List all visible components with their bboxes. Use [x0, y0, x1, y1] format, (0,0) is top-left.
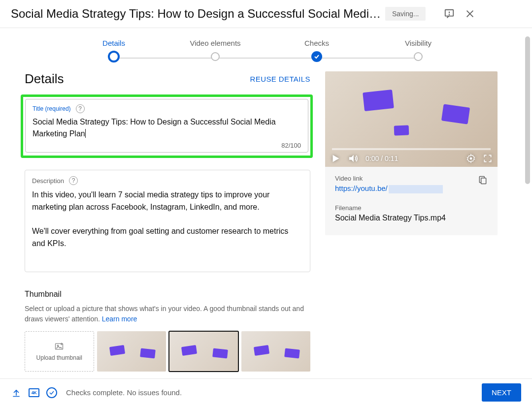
description-label: Description: [32, 177, 64, 185]
video-player[interactable]: 0:00 / 0:11: [325, 71, 498, 167]
help-icon[interactable]: ?: [69, 176, 78, 185]
title-field[interactable]: Title (required) ? Social Media Strategy…: [25, 99, 308, 153]
step-details[interactable]: Details: [63, 39, 165, 62]
video-preview-card: 0:00 / 0:11 Video link https://youtu.be/: [325, 71, 498, 235]
svg-marker-9: [333, 155, 339, 162]
learn-more-link[interactable]: Learn more: [102, 315, 137, 323]
step-label: Visibility: [367, 39, 469, 47]
play-icon[interactable]: [330, 153, 341, 164]
step-dot-icon: [414, 52, 423, 61]
header: Social Media Strategy Tips: How to Desig…: [0, 0, 532, 28]
step-video-elements[interactable]: Video elements: [165, 39, 266, 62]
step-dot-icon: [311, 51, 322, 62]
thumbnail-help: Select or upload a picture that shows wh…: [25, 304, 310, 324]
video-link[interactable]: https://youtu.be/: [335, 184, 443, 192]
feedback-icon[interactable]: [443, 8, 455, 20]
footer: 4K Checks complete. No issues found. NEX…: [0, 378, 532, 406]
title-input[interactable]: Social Media Strategy Tips: How to Desig…: [33, 116, 301, 140]
step-visibility[interactable]: Visibility: [367, 39, 469, 62]
close-icon[interactable]: [464, 8, 476, 20]
section-title-details: Details: [25, 71, 64, 87]
thumbnail-option-2[interactable]: [169, 331, 238, 372]
svg-rect-12: [481, 178, 486, 184]
checks-status-icon: [46, 387, 57, 398]
video-title-header: Social Media Strategy Tips: How to Desig…: [11, 7, 385, 21]
thumbnail-row: Upload thumbnail: [25, 331, 310, 372]
step-label: Video elements: [165, 39, 266, 47]
step-checks[interactable]: Checks: [266, 39, 367, 62]
description-input[interactable]: In this video, you'll learn 7 social med…: [32, 189, 303, 250]
stepper: Details Video elements Checks Visibility: [0, 28, 532, 67]
volume-icon[interactable]: [348, 153, 359, 164]
thumbnail-option-3[interactable]: [241, 331, 310, 372]
title-label: Title (required): [33, 105, 71, 112]
video-time: 0:00 / 0:11: [366, 155, 398, 162]
step-dot-icon: [108, 51, 120, 62]
title-char-counter: 82/100: [33, 142, 301, 149]
step-label: Checks: [266, 39, 367, 47]
content-area: Details REUSE DETAILS Title (required) ?…: [0, 67, 532, 373]
next-button[interactable]: NEXT: [482, 383, 521, 402]
step-dot-icon: [211, 52, 220, 61]
svg-marker-10: [349, 155, 354, 162]
description-field[interactable]: Description ? In this video, you'll lear…: [25, 170, 310, 272]
video-link-label: Video link: [335, 175, 443, 182]
scrollbar[interactable]: [525, 36, 530, 184]
video-link-redacted: [389, 185, 443, 193]
filename-label: Filename: [335, 204, 488, 212]
thumbnail-heading: Thumbnail: [25, 290, 310, 299]
reuse-details-button[interactable]: REUSE DETAILS: [250, 75, 310, 83]
svg-point-2: [449, 14, 450, 15]
filename-value: Social Media Strategy Tips.mp4: [335, 214, 488, 222]
checks-message: Checks complete. No issues found.: [66, 388, 482, 397]
upload-status-icon: [11, 387, 22, 398]
copy-link-icon[interactable]: [478, 175, 488, 187]
saving-badge: Saving...: [385, 7, 426, 21]
settings-icon[interactable]: [466, 154, 476, 163]
help-icon[interactable]: ?: [76, 104, 85, 113]
thumbnail-option-1[interactable]: [97, 331, 166, 372]
title-highlight-box: Title (required) ? Social Media Strategy…: [21, 94, 313, 158]
svg-point-11: [470, 157, 472, 160]
step-label: Details: [63, 39, 165, 47]
fullscreen-icon[interactable]: [483, 154, 493, 163]
upload-thumbnail-label: Upload thumbnail: [36, 354, 82, 361]
upload-thumbnail-button[interactable]: Upload thumbnail: [25, 331, 94, 372]
add-image-icon: [54, 342, 65, 351]
resolution-badge: 4K: [29, 388, 39, 397]
